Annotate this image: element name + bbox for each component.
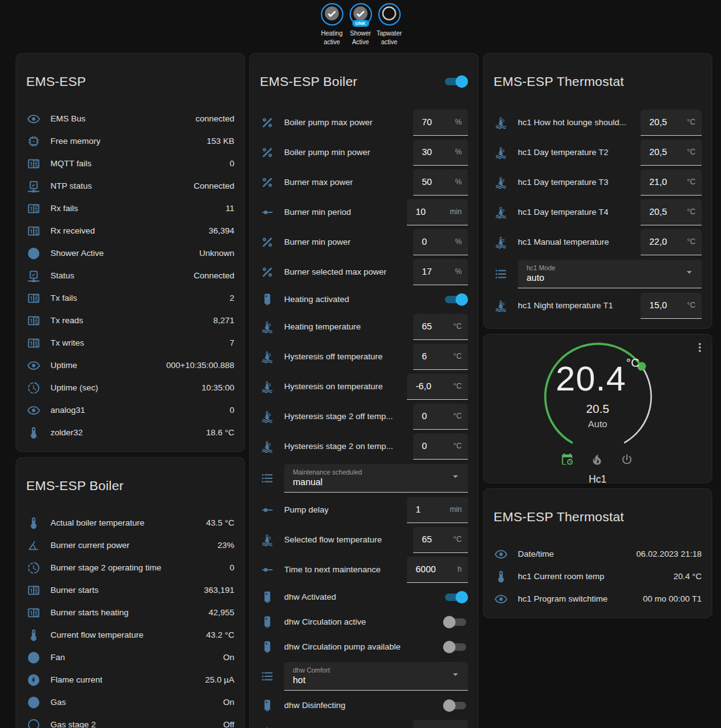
number-input[interactable]: 70 % bbox=[413, 110, 468, 136]
entity-row[interactable]: Date/time 06.02.2023 21:18 bbox=[484, 543, 712, 565]
status-badge[interactable]: UNK Shower Active bbox=[347, 3, 375, 47]
entity-label: Gas bbox=[50, 697, 66, 707]
number-input[interactable]: 0 °C bbox=[413, 404, 468, 430]
entity-label: Boiler pump max power bbox=[284, 118, 373, 127]
entity-row[interactable]: Gas On bbox=[16, 691, 244, 714]
toggle-switch[interactable] bbox=[443, 640, 468, 655]
entity-row: Heating activated bbox=[250, 287, 478, 312]
network-icon bbox=[26, 179, 41, 194]
calendar-clock-icon[interactable] bbox=[560, 453, 575, 468]
number-input[interactable]: 0 °C bbox=[413, 433, 468, 460]
ray-icon bbox=[260, 205, 275, 220]
entity-label: Burner starts heating bbox=[50, 608, 128, 617]
card-header-toggle[interactable] bbox=[443, 74, 468, 89]
entity-row[interactable]: Flame current 25.0 µA bbox=[16, 669, 244, 691]
entity-label: Hysteresis stage 2 off temp... bbox=[284, 412, 393, 421]
number-unit: % bbox=[455, 267, 462, 276]
number-input[interactable]: 65 °C bbox=[413, 527, 468, 553]
number-value: 22,0 bbox=[649, 237, 667, 247]
entity-label: Boiler pump min power bbox=[284, 148, 370, 157]
entity-label: Burner starts bbox=[50, 585, 98, 595]
entity-label: Hysteresis stage 2 on temp... bbox=[284, 442, 393, 451]
number-unit: °C bbox=[687, 237, 695, 246]
thermo-waves-icon bbox=[260, 379, 275, 394]
entity-row[interactable]: Burner starts heating 42,955 bbox=[16, 602, 244, 624]
entity-row[interactable]: hc1 Current room temp 20.4 °C bbox=[484, 565, 712, 588]
entity-row[interactable]: Fan On bbox=[16, 646, 244, 669]
angle-icon bbox=[26, 538, 41, 553]
status-badge[interactable]: Tapwater active bbox=[376, 3, 403, 47]
entity-row[interactable]: Free memory 153 KB bbox=[16, 130, 244, 153]
number-input[interactable]: 21,0 °C bbox=[641, 169, 702, 196]
number-unit: % bbox=[455, 118, 462, 126]
number-input[interactable]: 15,0 °C bbox=[641, 293, 702, 319]
entity-row[interactable]: Actual boiler temperature 43.5 °C bbox=[16, 512, 244, 534]
entity-row[interactable]: Burner starts 363,191 bbox=[16, 579, 244, 602]
number-unit: °C bbox=[687, 148, 695, 156]
entity-row[interactable]: Rx fails 11 bbox=[16, 197, 244, 220]
status-badge[interactable]: Heating active bbox=[318, 3, 346, 47]
entity-row[interactable]: Tx reads 8,271 bbox=[16, 310, 244, 332]
toggle-switch[interactable] bbox=[443, 698, 468, 713]
thermostat-dial[interactable]: 20.4°C 20.5 Auto bbox=[484, 334, 712, 451]
entity-row: dhw Disinfecting bbox=[250, 693, 478, 718]
toggle-switch[interactable] bbox=[443, 292, 468, 307]
number-input[interactable]: 65 °C bbox=[413, 314, 468, 340]
number-input[interactable]: -6,0 °C bbox=[407, 374, 468, 400]
number-input[interactable]: 0 % bbox=[413, 229, 468, 255]
entity-row[interactable]: Uptime (sec) 10:35:00 bbox=[16, 377, 244, 399]
number-input[interactable]: 50 % bbox=[413, 169, 468, 196]
card: EMS-ESP Thermostat hc1 How hot lounge sh… bbox=[483, 53, 712, 329]
number-input[interactable]: 20,5 °C bbox=[641, 199, 702, 225]
number-input[interactable]: 30 % bbox=[413, 139, 468, 166]
entity-label: Time to next maintenance bbox=[284, 565, 381, 574]
number-input[interactable]: 17 % bbox=[413, 259, 468, 285]
counter-icon bbox=[26, 156, 41, 171]
select-input[interactable]: dhw Comfort hot bbox=[284, 662, 468, 691]
number-input[interactable]: 22,0 °C bbox=[641, 229, 702, 255]
entity-row[interactable]: Burner stage 2 operating time 0 bbox=[16, 557, 244, 579]
entity-row[interactable]: Uptime 000+10:35:00.888 bbox=[16, 354, 244, 377]
entity-row[interactable]: hc1 Program switchtime 00 mo 00:00 T1 bbox=[484, 588, 712, 610]
entity-label: NTP status bbox=[50, 181, 92, 191]
number-input[interactable]: 20,5 °C bbox=[641, 110, 702, 136]
number-input[interactable]: 20,5 °C bbox=[641, 139, 702, 166]
entity-row[interactable]: Tx fails 2 bbox=[16, 287, 244, 310]
number-input[interactable]: 70 °C bbox=[413, 720, 468, 728]
entity-label: dhw Activated bbox=[284, 592, 336, 602]
badge-chip: UNK bbox=[352, 20, 369, 27]
entity-row[interactable]: Current flow temperature 43.2 °C bbox=[16, 624, 244, 646]
number-input[interactable]: 1 min bbox=[407, 497, 468, 523]
entity-row[interactable]: NTP status Connected bbox=[16, 175, 244, 197]
entity-row[interactable]: Tx writes 7 bbox=[16, 332, 244, 354]
number-input[interactable]: 10 min bbox=[407, 199, 468, 225]
entity-value: 2 bbox=[224, 293, 234, 303]
entity-value: 8,271 bbox=[208, 316, 234, 325]
number-value: 6000 bbox=[416, 564, 436, 574]
number-input[interactable]: 6 °C bbox=[413, 344, 468, 370]
entity-row[interactable]: Shower Active Unknown bbox=[16, 242, 244, 265]
entity-row[interactable]: MQTT fails 0 bbox=[16, 153, 244, 175]
number-input[interactable]: 6000 h bbox=[407, 557, 468, 583]
select-input[interactable]: hc1 Mode auto bbox=[518, 260, 702, 288]
number-unit: °C bbox=[454, 535, 462, 544]
entity-row[interactable]: Gas stage 2 Off bbox=[16, 714, 244, 728]
entity-value: 00 mo 00:00 T1 bbox=[638, 594, 702, 603]
entity-row[interactable]: analog31 0 bbox=[16, 399, 244, 422]
entity-row[interactable]: Burner current power 23% bbox=[16, 534, 244, 557]
toggle-switch[interactable] bbox=[443, 590, 468, 605]
entity-row[interactable]: zolder32 18.6 °C bbox=[16, 422, 244, 444]
entity-row[interactable]: Rx received 36,394 bbox=[16, 220, 244, 242]
fire-icon[interactable] bbox=[590, 453, 605, 468]
check-circle-icon bbox=[26, 246, 41, 261]
entity-label: Burner current power bbox=[50, 541, 130, 550]
dial-arc-active bbox=[545, 344, 642, 443]
percent-icon bbox=[260, 175, 275, 190]
select-input[interactable]: Maintenance scheduled manual bbox=[284, 464, 468, 493]
toggle-switch[interactable] bbox=[443, 615, 468, 630]
chip-icon bbox=[26, 134, 41, 149]
entity-row[interactable]: Status Connected bbox=[16, 265, 244, 287]
entity-row: hc1 Day temperature T2 20,5 °C bbox=[484, 138, 712, 168]
power-icon[interactable] bbox=[620, 453, 635, 468]
entity-row[interactable]: EMS Bus connected bbox=[16, 108, 244, 130]
